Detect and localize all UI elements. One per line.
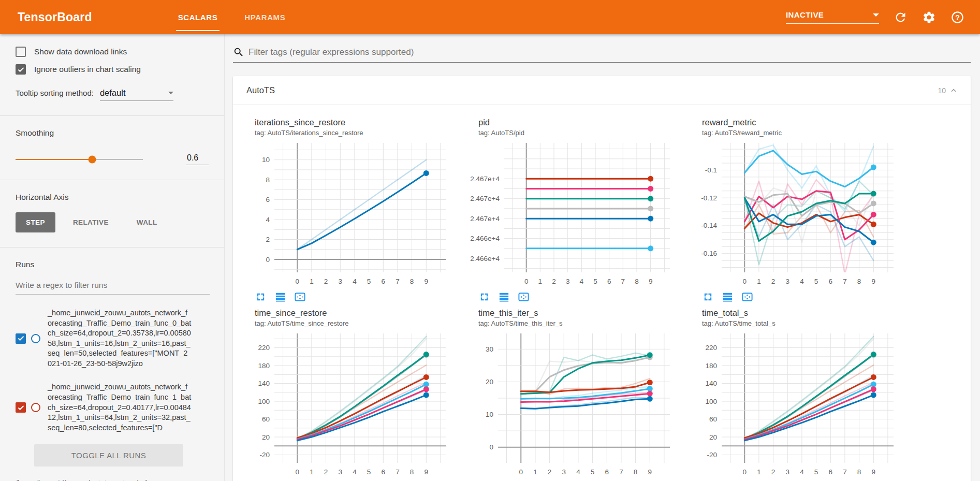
- svg-text:2: 2: [548, 468, 552, 476]
- tooltip-sorting-select[interactable]: default: [100, 88, 173, 101]
- chart-plot[interactable]: 01234567890102030: [468, 329, 676, 478]
- svg-text:6: 6: [829, 468, 833, 476]
- tag-filter-input[interactable]: [248, 47, 971, 57]
- svg-text:20: 20: [262, 433, 270, 441]
- expand-chart-icon[interactable]: [255, 291, 267, 303]
- checkbox-unchecked[interactable]: [16, 47, 26, 57]
- svg-text:60: 60: [709, 415, 717, 423]
- horizontal-axis-label: Horizontal Axis: [16, 193, 209, 202]
- svg-text:5: 5: [814, 468, 818, 476]
- chart-plot[interactable]: 0123456789-0.1-0.12-0.14-0.16: [692, 139, 900, 288]
- svg-text:2.467e+4: 2.467e+4: [470, 215, 500, 223]
- run-controls: [16, 333, 40, 344]
- svg-text:4: 4: [576, 468, 580, 476]
- svg-text:8: 8: [266, 176, 270, 184]
- ignore-outliers-checkbox-row[interactable]: Ignore outliers in chart scaling: [16, 64, 209, 75]
- svg-text:8: 8: [410, 278, 414, 285]
- svg-text:8: 8: [634, 468, 638, 476]
- chart-title: time_total_s: [702, 308, 915, 318]
- svg-text:5: 5: [367, 278, 371, 285]
- run-checkbox[interactable]: [16, 333, 26, 344]
- svg-text:1: 1: [538, 278, 543, 285]
- svg-text:4: 4: [266, 216, 270, 224]
- svg-text:5: 5: [591, 468, 595, 476]
- svg-text:-20: -20: [707, 451, 717, 459]
- autots-section-card: AutoTS 10 iterations_since_restoretag: A…: [233, 76, 971, 481]
- svg-text:4: 4: [800, 468, 804, 476]
- slider-knob[interactable]: [88, 155, 96, 163]
- data-status-select[interactable]: INACTIVE: [786, 10, 879, 24]
- svg-text:0: 0: [266, 256, 270, 264]
- logdir-path: /home/junweid/zouwu/autots_network_forec…: [16, 478, 171, 481]
- horizontal-axis-buttons: STEP RELATIVE WALL: [16, 212, 209, 232]
- toggle-runs-selector-icon[interactable]: [722, 291, 734, 303]
- section-collapse-control[interactable]: 10: [938, 86, 957, 95]
- svg-text:4: 4: [353, 278, 357, 285]
- settings-sidebar: Show data download links Ignore outliers…: [0, 34, 225, 481]
- svg-text:2.466e+4: 2.466e+4: [470, 255, 500, 263]
- fit-domain-icon[interactable]: [741, 291, 753, 303]
- chevron-down-icon: [873, 13, 879, 17]
- svg-text:2: 2: [324, 468, 328, 476]
- expand-chart-icon[interactable]: [478, 291, 490, 303]
- chart-plot[interactable]: 01234567892.467e+42.467e+42.467e+42.466e…: [468, 139, 676, 288]
- svg-text:7: 7: [396, 278, 400, 285]
- svg-text:9: 9: [425, 278, 429, 285]
- run-item[interactable]: _home_junweid_zouwu_autots_network_forec…: [16, 308, 210, 369]
- fit-domain-icon[interactable]: [294, 291, 306, 303]
- svg-text:9: 9: [872, 278, 876, 285]
- runs-section: Runs _home_junweid_zouwu_autots_network_…: [0, 247, 224, 481]
- svg-text:100: 100: [258, 398, 270, 405]
- runs-filter-input[interactable]: [16, 279, 210, 295]
- chart-plot[interactable]: 0123456789-202060100140180220: [692, 329, 900, 478]
- axis-step-button[interactable]: STEP: [16, 212, 55, 232]
- header-actions: INACTIVE ?: [786, 10, 964, 24]
- tooltip-sorting-label: Tooltip sorting method:: [16, 89, 94, 97]
- axis-wall-button[interactable]: WALL: [126, 212, 168, 232]
- svg-text:20: 20: [486, 378, 493, 386]
- toggle-all-runs-button[interactable]: TOGGLE ALL RUNS: [34, 444, 183, 467]
- svg-text:6: 6: [382, 468, 386, 476]
- fit-domain-icon[interactable]: [518, 291, 530, 303]
- run-checkbox[interactable]: [16, 402, 26, 413]
- section-header[interactable]: AutoTS 10: [233, 76, 971, 105]
- chart-toolbar: [702, 291, 915, 303]
- check-icon: [17, 66, 25, 74]
- svg-text:6: 6: [266, 196, 270, 203]
- settings-gear-icon[interactable]: [922, 10, 936, 24]
- svg-text:220: 220: [258, 344, 270, 352]
- horizontal-axis-section: Horizontal Axis STEP RELATIVE WALL: [0, 180, 224, 247]
- refresh-icon[interactable]: [894, 10, 908, 24]
- svg-text:6: 6: [607, 278, 611, 285]
- run-radio[interactable]: [31, 403, 40, 412]
- chart-plot[interactable]: 01234567890246810: [244, 139, 452, 288]
- tooltip-sorting-row: Tooltip sorting method: default: [16, 88, 209, 101]
- run-radio[interactable]: [31, 334, 40, 343]
- chart-plot[interactable]: 0123456789-202060100140180220: [244, 329, 452, 478]
- svg-text:8: 8: [635, 278, 639, 285]
- chevron-up-icon: [950, 87, 957, 94]
- svg-text:-20: -20: [259, 451, 270, 459]
- chart-title: time_since_restore: [255, 308, 468, 318]
- tab-scalars[interactable]: SCALARS: [165, 0, 231, 34]
- axis-relative-button[interactable]: RELATIVE: [63, 212, 119, 232]
- run-item[interactable]: _home_junweid_zouwu_autots_network_forec…: [16, 382, 210, 433]
- chart-title: time_this_iter_s: [478, 308, 692, 318]
- chart-tag: tag: AutoTS/pid: [478, 129, 692, 137]
- chart-toolbar: [478, 291, 692, 303]
- chart-toolbar: [255, 291, 468, 303]
- show-download-links-checkbox-row[interactable]: Show data download links: [16, 47, 209, 57]
- toggle-runs-selector-icon[interactable]: [274, 291, 286, 303]
- smoothing-value-input[interactable]: 0.6: [186, 153, 209, 165]
- help-icon[interactable]: ?: [950, 10, 964, 24]
- toggle-runs-selector-icon[interactable]: [498, 291, 510, 303]
- svg-text:0: 0: [743, 468, 747, 476]
- run-name: _home_junweid_zouwu_autots_network_forec…: [48, 308, 192, 369]
- chart-title: iterations_since_restore: [255, 118, 468, 127]
- svg-text:100: 100: [705, 398, 717, 405]
- checkbox-checked[interactable]: [16, 64, 26, 75]
- smoothing-slider[interactable]: [16, 159, 143, 160]
- section-title: AutoTS: [246, 85, 275, 95]
- tab-hparams[interactable]: HPARAMS: [231, 0, 299, 34]
- expand-chart-icon[interactable]: [702, 291, 714, 303]
